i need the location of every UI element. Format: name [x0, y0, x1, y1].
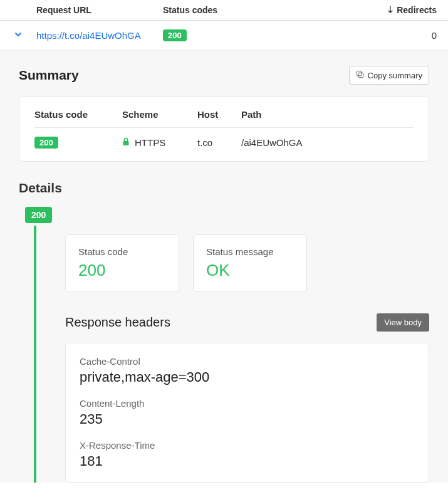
- header-name: X-Response-Time: [80, 440, 415, 451]
- status-code-card: Status code 200: [65, 234, 179, 292]
- status-message-label: Status message: [206, 246, 294, 257]
- summary-head-host: Host: [197, 109, 241, 120]
- lock-icon: [122, 137, 130, 148]
- header-value: 235: [80, 411, 415, 427]
- status-badge: 200: [163, 29, 187, 41]
- header-name: Cache-Control: [80, 356, 415, 367]
- timeline: 200 Status code 200 Status message OK Re…: [19, 207, 429, 483]
- summary-path-value: /ai4EUwOhGA: [241, 137, 414, 148]
- svg-rect-0: [358, 73, 363, 77]
- chevron-down-icon[interactable]: [14, 30, 23, 41]
- summary-card: Status code Scheme Host Path 200 HTTPS t…: [19, 96, 429, 162]
- svg-rect-2: [123, 141, 129, 145]
- status-message-card: Status message OK: [193, 234, 307, 292]
- result-row[interactable]: https://t.co/ai4EUwOhGA 200 0: [0, 21, 448, 51]
- summary-title: Summary: [19, 68, 79, 83]
- status-message-value: OK: [206, 261, 294, 280]
- copy-summary-label: Copy summary: [368, 71, 422, 80]
- results-table-header: Request URL Status codes Redirects: [0, 0, 448, 21]
- header-value: 181: [80, 453, 415, 469]
- header-item: X-Response-Time 181: [80, 440, 415, 469]
- summary-scheme-value: HTTPS: [135, 137, 165, 148]
- header-item: Cache-Control private,max-age=300: [80, 356, 415, 385]
- copy-icon: [356, 70, 364, 80]
- col-header-redirects[interactable]: Redirects: [332, 5, 448, 15]
- copy-summary-button[interactable]: Copy summary: [349, 66, 429, 85]
- response-headers-card: Cache-Control private,max-age=300 Conten…: [65, 343, 429, 483]
- col-header-url[interactable]: Request URL: [0, 5, 163, 15]
- summary-head-status: Status code: [34, 109, 122, 120]
- timeline-status-badge: 200: [25, 207, 52, 223]
- header-item: Content-Length 235: [80, 398, 415, 427]
- sort-arrow-icon: [387, 5, 394, 15]
- request-url-link[interactable]: https://t.co/ai4EUwOhGA: [36, 30, 141, 41]
- timeline-line: [34, 226, 36, 483]
- view-body-button[interactable]: View body: [377, 313, 429, 332]
- status-code-label: Status code: [78, 246, 166, 257]
- header-value: private,max-age=300: [80, 369, 415, 385]
- summary-status-badge: 200: [34, 137, 58, 149]
- header-name: Content-Length: [80, 398, 415, 409]
- status-code-value: 200: [78, 261, 166, 280]
- expanded-content: Summary Copy summary Status code Scheme …: [0, 51, 448, 483]
- col-header-redirects-label: Redirects: [397, 5, 437, 15]
- col-header-status[interactable]: Status codes: [163, 5, 332, 15]
- summary-host-value: t.co: [197, 137, 241, 148]
- response-headers-title: Response headers: [65, 315, 170, 330]
- details-title: Details: [19, 180, 429, 196]
- redirects-count: 0: [332, 30, 448, 41]
- summary-head-path: Path: [241, 109, 414, 120]
- summary-head-scheme: Scheme: [122, 109, 197, 120]
- svg-rect-1: [357, 71, 361, 75]
